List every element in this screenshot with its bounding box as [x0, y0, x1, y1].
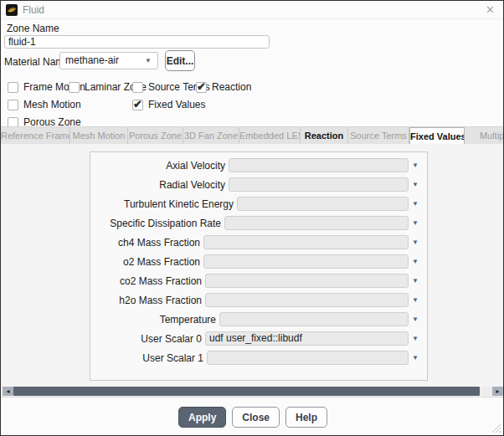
- field-label: Specific Dissipation Rate: [110, 218, 221, 229]
- zone-name-label: Zone Name: [7, 23, 59, 34]
- field-row: o2 Mass Fraction ▼: [90, 254, 422, 269]
- material-name-value: methane-air: [65, 54, 119, 66]
- chevron-down-icon[interactable]: ▼: [409, 296, 422, 304]
- scrollbar-thumb[interactable]: [13, 387, 480, 396]
- temperature-input[interactable]: [219, 312, 409, 326]
- tab-3d-fan-zone[interactable]: 3D Fan Zone: [183, 127, 239, 144]
- window-title: Fluid: [23, 4, 44, 16]
- chevron-down-icon[interactable]: ▼: [409, 277, 422, 285]
- tab-multiphase[interactable]: Multiphase: [465, 127, 504, 144]
- close-icon[interactable]: ✕: [486, 3, 495, 17]
- radial-velocity-input[interactable]: [229, 177, 409, 192]
- co2-mass-fraction-input[interactable]: [205, 274, 409, 288]
- checkbox-mesh-motion[interactable]: [8, 100, 18, 110]
- material-name-dropdown[interactable]: methane-air ▼: [59, 52, 158, 69]
- checkbox-reaction[interactable]: ✔: [196, 82, 207, 93]
- field-row: Temperature ▼: [90, 312, 422, 326]
- user-scalar-1-input[interactable]: [207, 351, 409, 365]
- tab-reaction[interactable]: Reaction: [301, 127, 348, 144]
- checkbox-label: Reaction: [212, 81, 251, 93]
- field-label: ch4 Mass Fraction: [118, 237, 200, 249]
- tab-mesh-motion[interactable]: Mesh Motion: [70, 127, 128, 144]
- axial-velocity-input[interactable]: [229, 158, 409, 172]
- chevron-down-icon: ▼: [145, 58, 152, 64]
- chevron-down-icon[interactable]: ▼: [409, 162, 422, 169]
- field-label: User Scalar 1: [142, 352, 203, 364]
- chevron-down-icon[interactable]: ▼: [409, 219, 422, 227]
- checkbox-label: Fixed Values: [148, 99, 205, 110]
- zone-tab-bar: Reference Frame Mesh Motion Porous Zone …: [1, 126, 504, 144]
- field-label: User Scalar 0: [141, 333, 202, 345]
- field-label: Radial Velocity: [159, 179, 225, 191]
- option-mesh-motion[interactable]: Mesh Motion: [8, 99, 81, 110]
- field-row: co2 Mass Fraction ▼: [90, 274, 422, 288]
- user-scalar-0-input[interactable]: udf user_fixed::libudf: [205, 331, 409, 346]
- fixed-values-panel: Axial Velocity ▼ Radial Velocity ▼ Turbu…: [90, 151, 428, 381]
- scrollbar-track[interactable]: [480, 387, 492, 396]
- tab-source-terms[interactable]: Source Terms: [348, 127, 409, 144]
- field-label: Turbulent Kinetic Energy: [124, 198, 234, 210]
- field-row: ch4 Mass Fraction ▼: [90, 235, 422, 249]
- chevron-down-icon[interactable]: ▼: [409, 200, 422, 208]
- tab-reference-frame[interactable]: Reference Frame: [1, 127, 70, 144]
- field-label: o2 Mass Fraction: [123, 256, 200, 268]
- fluent-logo-icon: [6, 4, 18, 16]
- field-label: h2o Mass Fraction: [119, 295, 202, 306]
- field-label: Axial Velocity: [166, 160, 225, 172]
- close-button[interactable]: Close: [232, 407, 280, 428]
- scroll-right-icon[interactable]: ►: [492, 387, 503, 396]
- zone-name-input[interactable]: [4, 35, 270, 49]
- specific-dissipation-rate-input[interactable]: [224, 216, 409, 230]
- field-label: co2 Mass Fraction: [120, 275, 202, 287]
- option-reaction[interactable]: ✔ Reaction: [196, 81, 251, 93]
- field-row: Specific Dissipation Rate ▼: [90, 216, 422, 230]
- tab-embedded-les[interactable]: Embedded LES: [239, 127, 301, 144]
- chevron-down-icon[interactable]: ▼: [409, 239, 422, 246]
- check-icon: ✔: [197, 80, 206, 93]
- field-label: Temperature: [160, 314, 216, 326]
- chevron-down-icon[interactable]: ▼: [409, 181, 422, 188]
- tab-porous-zone[interactable]: Porous Zone: [128, 127, 183, 144]
- field-row: h2o Mass Fraction ▼: [90, 293, 422, 307]
- o2-mass-fraction-input[interactable]: [203, 254, 409, 269]
- dialog-footer: Apply Close Help: [1, 398, 504, 436]
- tab-fixed-values[interactable]: Fixed Values: [409, 127, 465, 144]
- checkbox-frame-motion[interactable]: [8, 82, 18, 93]
- field-row: Axial Velocity ▼: [90, 158, 422, 172]
- apply-button[interactable]: Apply: [178, 407, 226, 428]
- h2o-mass-fraction-input[interactable]: [205, 293, 409, 307]
- scroll-left-icon[interactable]: ◄: [3, 387, 13, 396]
- checkbox-fixed-values[interactable]: ✔: [132, 100, 143, 110]
- checkbox-laminar-zone[interactable]: [69, 82, 80, 93]
- checkbox-source-terms[interactable]: [132, 82, 143, 93]
- edit-material-button[interactable]: Edit...: [165, 50, 195, 71]
- ch4-mass-fraction-input[interactable]: [203, 235, 409, 249]
- turbulent-kinetic-energy-input[interactable]: [237, 197, 409, 211]
- check-icon: ✔: [133, 98, 142, 110]
- field-row: Turbulent Kinetic Energy ▼: [90, 197, 422, 211]
- horizontal-scrollbar[interactable]: ◄ ►: [3, 387, 503, 396]
- checkbox-label: Mesh Motion: [23, 99, 81, 110]
- field-row: User Scalar 0 udf user_fixed::libudf ▼: [90, 331, 422, 346]
- title-bar: Fluid ✕: [1, 1, 503, 19]
- option-fixed-values[interactable]: ✔ Fixed Values: [132, 99, 205, 110]
- field-row: User Scalar 1 ▼: [90, 351, 422, 365]
- chevron-down-icon[interactable]: ▼: [409, 315, 422, 323]
- chevron-down-icon[interactable]: ▼: [409, 258, 422, 265]
- chevron-down-icon[interactable]: ▼: [409, 354, 422, 362]
- field-row: Radial Velocity ▼: [90, 177, 422, 192]
- fluid-dialog: Fluid ✕ Zone Name Material Name methane-…: [0, 0, 504, 436]
- help-button[interactable]: Help: [285, 407, 327, 428]
- fixed-values-tab-content: Axial Velocity ▼ Radial Velocity ▼ Turbu…: [1, 144, 504, 398]
- chevron-down-icon[interactable]: ▼: [409, 335, 422, 342]
